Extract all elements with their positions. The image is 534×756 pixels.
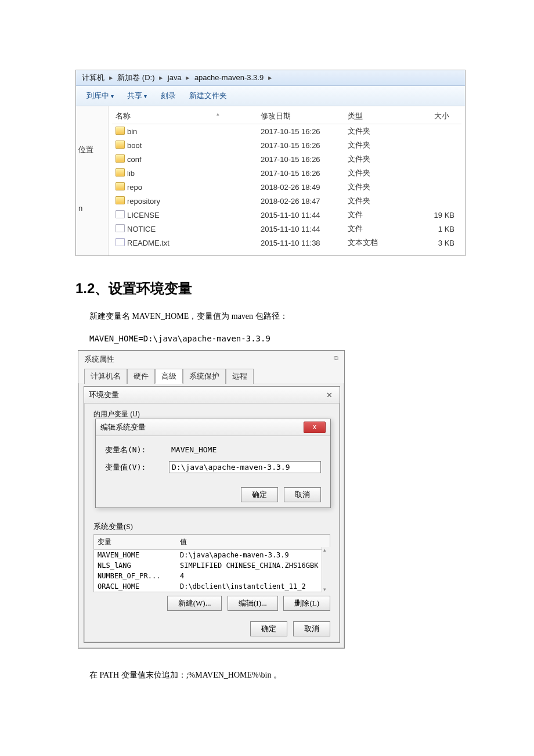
var-name-label: 变量名(N):	[105, 445, 169, 455]
chevron-right-icon: ▸	[107, 73, 116, 82]
chevron-right-icon: ▸	[266, 73, 275, 82]
crumb[interactable]: apache-maven-3.3.9	[194, 73, 264, 82]
edit-var-button[interactable]: 编辑(I)...	[228, 596, 278, 611]
sysvar-row[interactable]: NUMBER_OF_PR...4	[94, 571, 330, 581]
doc-paragraph: 新建变量名 MAVEN_HOME，变量值为 maven 包路径：	[89, 308, 459, 325]
folder-icon	[116, 141, 125, 149]
tab-computer-name[interactable]: 计算机名	[84, 369, 127, 384]
file-icon	[116, 210, 125, 218]
tab-remote[interactable]: 远程	[226, 369, 254, 384]
tab-advanced[interactable]: 高级	[155, 369, 183, 384]
sysprop-title: 系统属性	[84, 354, 114, 365]
editvar-cancel-button[interactable]: 取消	[284, 487, 321, 502]
sysvar-row[interactable]: ORACL_HOMED:\dbclient\instantclient_11_2	[94, 581, 330, 592]
tab-hardware[interactable]: 硬件	[127, 369, 155, 384]
add-to-library-button[interactable]: 到库中	[81, 89, 120, 102]
editvar-title: 编辑系统变量	[100, 422, 146, 433]
file-icon	[116, 224, 125, 232]
file-row[interactable]: boot2017-10-15 16:26文件夹	[112, 138, 461, 152]
system-variables-label: 系统变量(S)	[93, 521, 330, 532]
file-row[interactable]: bin2017-10-15 16:26文件夹	[112, 124, 461, 139]
col-size[interactable]: 大小	[431, 109, 461, 124]
chevron-right-icon: ▸	[183, 73, 192, 82]
system-variables-table[interactable]: 变量 值 MAVEN_HOMED:\java\apache-maven-3.3.…	[93, 534, 330, 592]
doc-code-line: MAVEN_HOME=D:\java\apache-maven-3.3.9	[89, 330, 459, 347]
var-value-label: 变量值(V):	[105, 462, 169, 473]
tab-system-protection[interactable]: 系统保护	[183, 369, 226, 384]
sysvar-row[interactable]: NLS_lANGSIMPLIFIED CHINESE_CHINA.ZHS16GB…	[94, 560, 330, 571]
file-row[interactable]: NOTICE2015-11-10 11:44文件1 KB	[112, 222, 461, 236]
crumb[interactable]: 计算机	[82, 73, 104, 82]
burn-button[interactable]: 刻录	[155, 89, 182, 102]
explorer-sidebar: 位置 n	[76, 106, 109, 255]
folder-icon	[116, 182, 125, 190]
folder-icon	[116, 196, 125, 204]
edit-system-variable-dialog: 编辑系统变量 x 变量名(N): MAVEN_HOME 变量值(V): D:\j…	[95, 419, 331, 508]
folder-icon	[116, 127, 125, 135]
file-row[interactable]: repository2018-02-26 18:47文件夹	[112, 194, 461, 208]
folder-icon	[116, 154, 125, 163]
sysvar-col-var[interactable]: 变量	[94, 535, 176, 550]
explorer-toolbar: 到库中 共享 刻录 新建文件夹	[76, 86, 465, 106]
var-value-field[interactable]: D:\java\apache-maven-3.3.9	[169, 461, 321, 473]
sidebar-item[interactable]: n	[76, 200, 108, 216]
editvar-ok-button[interactable]: 确定	[241, 487, 278, 502]
delete-var-button[interactable]: 删除(L)	[283, 596, 330, 611]
col-type[interactable]: 类型	[344, 109, 431, 124]
envvar-cancel-button[interactable]: 取消	[293, 621, 330, 636]
envvar-ok-button[interactable]: 确定	[250, 621, 287, 636]
doc-paragraph: 在 PATH 变量值末位追加：;%MAVEN_HOME%\bin 。	[89, 667, 459, 683]
new-var-button[interactable]: 新建(W)...	[167, 596, 222, 611]
file-row[interactable]: LICENSE2015-11-10 11:44文件19 KB	[112, 208, 461, 222]
explorer-window: 计算机 ▸ 新加卷 (D:) ▸ java ▸ apache-maven-3.3…	[75, 70, 466, 256]
col-name[interactable]: 名称	[112, 109, 257, 124]
share-button[interactable]: 共享	[121, 89, 153, 102]
address-bar[interactable]: 计算机 ▸ 新加卷 (D:) ▸ java ▸ apache-maven-3.3…	[76, 70, 465, 86]
new-folder-button[interactable]: 新建文件夹	[183, 89, 233, 102]
file-row[interactable]: repo2018-02-26 18:49文件夹	[112, 180, 461, 194]
sysvar-col-val[interactable]: 值	[176, 535, 330, 550]
text-file-icon	[116, 238, 125, 246]
scrollbar[interactable]	[322, 547, 330, 592]
chevron-right-icon: ▸	[157, 73, 165, 82]
col-modified[interactable]: 修改日期	[257, 109, 344, 124]
close-button[interactable]: x	[304, 422, 326, 433]
dialog-stack: 系统属性 ⧉ 计算机名 硬件 高级 系统保护 远程 环境变量 ✕ 的用户变量 (…	[78, 350, 345, 652]
section-heading: 1.2、设置环境变量	[75, 279, 459, 298]
crumb[interactable]: 新加卷 (D:)	[117, 73, 154, 82]
file-row[interactable]: README.txt2015-11-10 11:38文本文档3 KB	[112, 236, 461, 250]
sidebar-item-location[interactable]: 位置	[76, 141, 108, 159]
close-icon[interactable]: ⧉	[334, 354, 338, 365]
file-row[interactable]: conf2017-10-15 16:26文件夹	[112, 152, 461, 166]
crumb[interactable]: java	[168, 73, 182, 82]
envvar-title: 环境变量	[89, 390, 119, 400]
sysvar-row[interactable]: MAVEN_HOMED:\java\apache-maven-3.3.9	[94, 550, 330, 561]
file-list: 名称 修改日期 类型 大小 bin2017-10-15 16:26文件夹boot…	[109, 106, 465, 255]
close-icon[interactable]: ✕	[324, 391, 335, 399]
user-variables-group-label: 的用户变量 (U)	[93, 409, 330, 419]
folder-icon	[116, 168, 125, 177]
file-row[interactable]: lib2017-10-15 16:26文件夹	[112, 166, 461, 180]
var-name-field[interactable]: MAVEN_HOME	[169, 444, 321, 455]
